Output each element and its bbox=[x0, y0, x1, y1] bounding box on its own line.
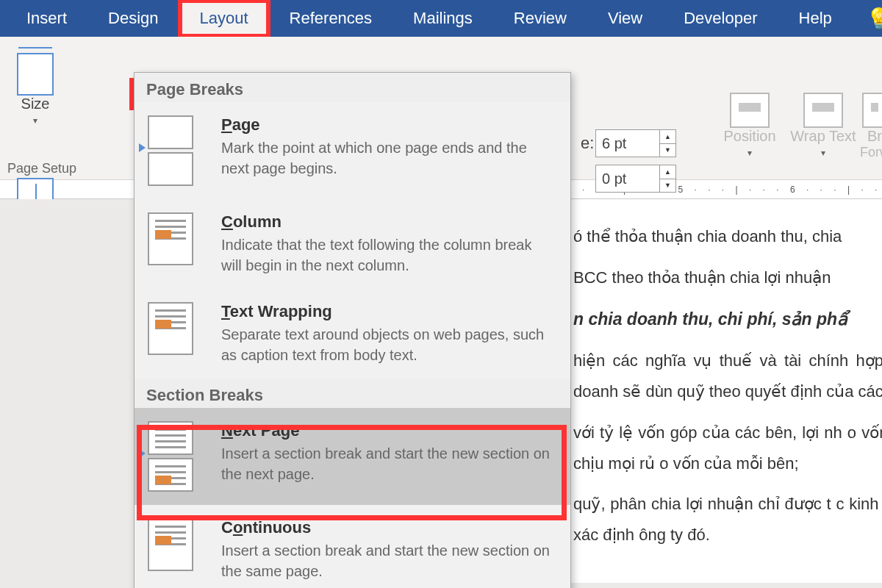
breaks-section-page: Page Breaks bbox=[135, 73, 570, 102]
spacing-after-spinner[interactable]: 0 pt ▲▼ bbox=[595, 165, 676, 193]
tab-view[interactable]: View bbox=[587, 0, 663, 37]
breaks-section-section: Section Breaks bbox=[135, 379, 570, 408]
group-page-setup: Size ▾ Columns ▾ Page Setup bbox=[0, 37, 132, 179]
doc-text[interactable]: ó thể thỏa thuận chia doanh thu, chia bbox=[573, 221, 882, 252]
chevron-down-icon: ▾ bbox=[821, 148, 825, 158]
doc-text[interactable]: hiện các nghĩa vụ thuế và tài chính hợp … bbox=[573, 345, 882, 407]
tab-insert[interactable]: Insert bbox=[6, 0, 87, 37]
tell-me-icon[interactable]: 💡 bbox=[866, 7, 882, 31]
break-continuous-desc: Insert a section break and start the new… bbox=[221, 540, 554, 581]
position-icon bbox=[730, 93, 770, 128]
doc-heading[interactable]: n chia doanh thu, chi phí, sản phẩ bbox=[573, 304, 882, 336]
wrap-text-button[interactable]: Wrap Text ▾ bbox=[786, 82, 860, 200]
wrap-text-icon bbox=[803, 93, 843, 128]
text-wrapping-break-icon bbox=[148, 302, 205, 365]
breaks-dropdown: Page Breaks Page Mark the point at which… bbox=[134, 72, 571, 588]
group-arrange: Position ▾ Wrap Text ▾ Br Forw bbox=[713, 82, 882, 200]
page-break-icon bbox=[148, 115, 205, 186]
tab-help[interactable]: Help bbox=[778, 0, 853, 37]
tab-references[interactable]: References bbox=[269, 0, 393, 37]
tab-design[interactable]: Design bbox=[87, 0, 179, 37]
chevron-down-icon: ▾ bbox=[747, 148, 752, 158]
bring-forward-icon bbox=[862, 93, 882, 128]
tab-review[interactable]: Review bbox=[493, 0, 587, 37]
ribbon-tabs: Insert Design Layout References Mailings… bbox=[0, 0, 882, 37]
spacing-before-spinner[interactable]: 6 pt ▲▼ bbox=[595, 129, 676, 157]
break-next-page-title: Next Page bbox=[221, 421, 554, 440]
tab-developer[interactable]: Developer bbox=[663, 0, 778, 37]
position-button[interactable]: Position ▾ bbox=[713, 82, 786, 200]
bring-forward-label: Br bbox=[867, 128, 882, 145]
spinner-arrows[interactable]: ▲▼ bbox=[659, 165, 675, 192]
break-text-wrapping-title: Text Wrapping bbox=[221, 302, 554, 321]
chevron-down-icon: ▾ bbox=[33, 115, 37, 126]
break-text-wrapping-desc: Separate text around objects on web page… bbox=[221, 324, 554, 365]
column-break-icon bbox=[148, 212, 205, 276]
break-page[interactable]: Page Mark the point at which one page en… bbox=[135, 102, 570, 199]
next-page-break-icon bbox=[148, 421, 205, 492]
group-label-page-setup: Page Setup bbox=[7, 161, 76, 176]
doc-text[interactable]: với tỷ lệ vốn góp của các bên, lợi nh o … bbox=[573, 417, 882, 479]
bring-forward-label2: Forw bbox=[860, 145, 882, 160]
break-continuous-title: Continuous bbox=[221, 518, 554, 537]
break-page-desc: Mark the point at which one page ends an… bbox=[221, 137, 554, 179]
doc-text[interactable]: BCC theo thỏa thuận chia lợi nhuận bbox=[573, 262, 882, 293]
break-next-page-desc: Insert a section break and start the new… bbox=[221, 443, 554, 484]
wrap-text-label: Wrap Text bbox=[790, 128, 856, 145]
break-column-desc: Indicate that the text following the col… bbox=[221, 234, 554, 276]
continuous-break-icon bbox=[148, 518, 205, 581]
break-continuous[interactable]: Continuous Insert a section break and st… bbox=[135, 505, 570, 588]
bring-forward-button[interactable]: Br Forw bbox=[860, 82, 882, 200]
spacing-before-value: 6 pt bbox=[602, 135, 626, 152]
tab-layout[interactable]: Layout bbox=[179, 0, 269, 37]
break-column-title: Column bbox=[221, 212, 554, 232]
spacing-before-label: e: bbox=[581, 134, 594, 153]
break-page-title: Page bbox=[221, 115, 554, 135]
spinner-arrows[interactable]: ▲▼ bbox=[659, 130, 675, 157]
break-next-page[interactable]: Next Page Insert a section break and sta… bbox=[135, 408, 570, 505]
doc-text[interactable]: quỹ, phân chia lợi nhuận chỉ được t c ki… bbox=[573, 489, 882, 551]
size-icon bbox=[17, 53, 54, 96]
size-button[interactable]: Size ▾ bbox=[6, 40, 65, 165]
break-column[interactable]: Column Indicate that the text following … bbox=[135, 199, 570, 289]
break-text-wrapping[interactable]: Text Wrapping Separate text around objec… bbox=[135, 289, 570, 379]
spacing-after-value: 0 pt bbox=[602, 171, 626, 187]
size-label: Size bbox=[21, 96, 50, 112]
tab-mailings[interactable]: Mailings bbox=[392, 0, 493, 37]
position-label: Position bbox=[723, 128, 775, 145]
